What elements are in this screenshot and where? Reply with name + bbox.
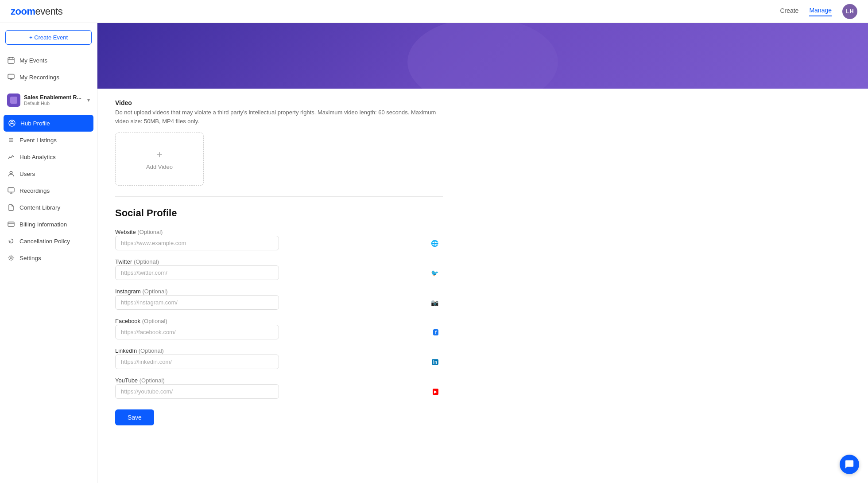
form-area: Video Do not upload videos that may viol…	[97, 89, 461, 461]
avatar[interactable]: LH	[842, 4, 857, 19]
svg-point-12	[10, 171, 12, 174]
hub-name: Sales Enablement R...	[24, 94, 84, 101]
sidebar-item-label: Cancellation Policy	[19, 238, 70, 245]
credit-card-icon	[7, 220, 15, 228]
instagram-input[interactable]	[115, 295, 279, 310]
youtube-input-wrap: ▶	[115, 384, 443, 399]
topnav-right: Create Manage LH	[780, 4, 857, 19]
svg-rect-4	[8, 74, 14, 79]
linkedin-input[interactable]	[115, 354, 279, 369]
section-divider	[115, 196, 443, 197]
sidebar-item-content-library[interactable]: Content Library	[0, 199, 97, 216]
youtube-input[interactable]	[115, 384, 279, 399]
instagram-icon: 📷	[431, 299, 438, 306]
create-nav-link[interactable]: Create	[780, 7, 798, 16]
plus-icon: +	[156, 148, 163, 161]
linkedin-label: LinkedIn (Optional)	[115, 347, 164, 354]
calendar-icon	[7, 56, 15, 64]
svg-point-18	[10, 257, 12, 259]
main-content: Video Do not upload videos that may viol…	[97, 23, 868, 483]
sidebar-item-label: Content Library	[19, 204, 60, 211]
instagram-label: Instagram (Optional)	[115, 288, 168, 295]
sidebar-item-label: Users	[19, 171, 35, 177]
hub-icon	[7, 93, 20, 107]
user-circle-icon	[8, 119, 16, 127]
svg-rect-0	[8, 58, 14, 63]
monitor-icon	[7, 73, 15, 81]
banner-decoration	[407, 23, 558, 89]
linkedin-icon: in	[432, 359, 438, 365]
instagram-field-group: Instagram (Optional) 📷	[115, 287, 443, 310]
hub-subtitle: Default Hub	[24, 101, 84, 106]
sidebar-item-label: My Recordings	[19, 74, 59, 81]
video-description: Do not upload videos that may violate a …	[115, 108, 443, 125]
linkedin-field-group: LinkedIn (Optional) in	[115, 347, 443, 369]
sidebar-item-label: Hub Profile	[20, 120, 50, 127]
instagram-input-wrap: 📷	[115, 295, 443, 310]
sidebar-item-recordings[interactable]: Recordings	[0, 182, 97, 199]
svg-point-8	[11, 121, 13, 124]
main-layout: + Create Event My Events My Recordings S…	[0, 23, 868, 483]
sidebar-item-billing[interactable]: Billing Information	[0, 216, 97, 233]
social-profile-title: Social Profile	[115, 207, 443, 219]
rotate-left-icon	[7, 237, 15, 245]
topnav: zoomevents Create Manage LH	[0, 0, 868, 23]
add-video-box[interactable]: + Add Video	[115, 132, 204, 186]
facebook-icon: f	[433, 329, 438, 335]
twitter-icon: 🐦	[431, 269, 438, 277]
twitter-field-group: Twitter (Optional) 🐦	[115, 257, 443, 280]
globe-icon: 🌐	[431, 240, 438, 247]
twitter-input-wrap: 🐦	[115, 265, 443, 280]
svg-rect-13	[8, 188, 14, 192]
facebook-label: Facebook (Optional)	[115, 318, 167, 324]
facebook-input-wrap: f	[115, 325, 443, 339]
add-video-label: Add Video	[146, 164, 173, 170]
monitor-small-icon	[7, 187, 15, 195]
facebook-input[interactable]	[115, 325, 279, 339]
logo: zoomevents	[11, 6, 62, 17]
sidebar-item-my-events[interactable]: My Events	[0, 52, 97, 69]
svg-rect-16	[8, 222, 14, 226]
facebook-field-group: Facebook (Optional) f	[115, 317, 443, 339]
manage-nav-link[interactable]: Manage	[809, 7, 832, 16]
user-icon	[7, 170, 15, 178]
website-input[interactable]	[115, 236, 279, 250]
twitter-input[interactable]	[115, 265, 279, 280]
sidebar-item-hub-profile[interactable]: Hub Profile	[4, 115, 93, 132]
youtube-label: YouTube (Optional)	[115, 377, 165, 384]
sidebar-item-settings[interactable]: Settings	[0, 249, 97, 266]
sidebar-item-label: My Events	[19, 57, 47, 64]
twitter-label: Twitter (Optional)	[115, 258, 159, 265]
sidebar-item-users[interactable]: Users	[0, 165, 97, 182]
video-label: Video	[115, 99, 443, 106]
sidebar-item-event-listings[interactable]: Event Listings	[0, 132, 97, 148]
sidebar-item-my-recordings[interactable]: My Recordings	[0, 69, 97, 86]
website-field-group: Website (Optional) 🌐	[115, 228, 443, 250]
save-button[interactable]: Save	[115, 409, 154, 425]
gear-icon	[7, 254, 15, 262]
banner-image	[97, 23, 868, 89]
sidebar-item-label: Settings	[19, 255, 41, 261]
create-event-button[interactable]: + Create Event	[5, 30, 92, 45]
youtube-field-group: YouTube (Optional) ▶	[115, 376, 443, 399]
sidebar-item-label: Billing Information	[19, 221, 67, 228]
chat-bubble[interactable]	[840, 455, 859, 474]
sidebar-item-cancellation[interactable]: Cancellation Policy	[0, 233, 97, 249]
linkedin-input-wrap: in	[115, 354, 443, 369]
hub-selector[interactable]: Sales Enablement R... Default Hub ▾	[0, 89, 97, 111]
website-input-wrap: 🌐	[115, 236, 443, 250]
chart-icon	[7, 153, 15, 161]
sidebar-item-hub-analytics[interactable]: Hub Analytics	[0, 148, 97, 165]
chat-icon	[845, 460, 854, 469]
sidebar-item-label: Recordings	[19, 187, 50, 194]
sidebar-item-label: Hub Analytics	[19, 154, 56, 160]
sidebar-item-label: Event Listings	[19, 137, 57, 144]
chevron-down-icon: ▾	[87, 97, 90, 103]
file-icon	[7, 203, 15, 211]
website-label: Website (Optional)	[115, 229, 163, 235]
sidebar: + Create Event My Events My Recordings S…	[0, 23, 97, 483]
list-icon	[7, 136, 15, 144]
youtube-icon: ▶	[433, 389, 438, 395]
